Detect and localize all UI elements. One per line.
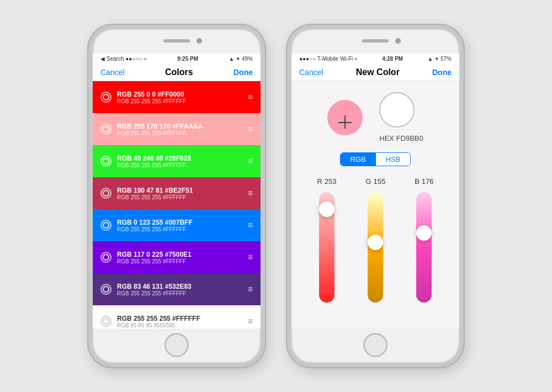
tab-rgb[interactable]: RGB	[341, 153, 376, 166]
slider-value-2: 176	[422, 177, 434, 186]
color-row-icon	[100, 156, 112, 167]
nav-title-1: Colors	[165, 67, 193, 77]
slider-label-2: B	[415, 177, 420, 186]
slider-col-g: G 155	[365, 177, 385, 303]
nav-bar-1: Cancel Colors Done	[93, 64, 261, 81]
slider-track-2[interactable]	[416, 192, 432, 303]
status-time-1: 9:25 PM	[177, 56, 198, 62]
color-row-sub: RGB 255 255 255 #FFFFFF	[117, 130, 248, 136]
status-right-1: ▲ ✦ 49%	[229, 56, 253, 62]
slider-thumb-1[interactable]	[368, 235, 383, 250]
color-row-sub: RGB 255 255 255 #FFFFFF	[117, 258, 248, 264]
color-row-icon	[100, 316, 112, 327]
color-row-text: RGB 190 47 81 #BE2F51 RGB 255 255 255 #F…	[117, 187, 248, 200]
slider-col-r: R 253	[317, 177, 336, 303]
status-bar-1: ◀ Search ●●○○○ ≈ 9:25 PM ▲ ✦ 49%	[93, 54, 261, 64]
color-row-main: RGB 0 123 255 #007BFF	[117, 219, 248, 226]
home-button-1[interactable]	[164, 333, 189, 357]
hex-value-label: HEX FD9BB0	[379, 134, 423, 142]
slider-value-1: 155	[374, 177, 386, 186]
tab-hsb[interactable]: HSB	[376, 153, 411, 166]
slider-label-0: R	[317, 177, 322, 186]
color-row-text: RGB 117 0 225 #7500E1 RGB 255 255 255 #F…	[117, 251, 248, 264]
color-row-menu-icon[interactable]: ≡	[248, 156, 253, 166]
done-button-1[interactable]: Done	[233, 68, 253, 77]
color-row-menu-icon[interactable]: ≡	[248, 92, 253, 102]
color-row-text: RGB 83 46 131 #532E83 RGB 255 255 255 #F…	[117, 283, 248, 296]
color-row[interactable]: RGB 190 47 81 #BE2F51 RGB 255 255 255 #F…	[93, 177, 261, 209]
slider-value-0: 253	[325, 177, 337, 186]
color-row-sub: RGB 85 85 85 #555555	[117, 322, 248, 329]
status-time-2: 4:28 PM	[382, 56, 403, 62]
slider-thumb-2[interactable]	[416, 225, 432, 241]
color-row-sub: RGB 255 255 255 #FFFFFF	[117, 226, 248, 232]
slider-track-1[interactable]	[368, 192, 383, 303]
speaker-2	[362, 39, 389, 43]
color-row-menu-icon[interactable]: ≡	[248, 316, 253, 326]
color-row-main: RGB 255 255 255 #FFFFFF	[117, 315, 248, 322]
mode-tabs: RGB HSB	[291, 152, 459, 166]
color-row-main: RGB 83 46 131 #532E83	[117, 283, 248, 290]
color-row-main: RGB 190 47 81 #BE2F51	[117, 187, 248, 194]
color-row-sub: RGB 255 255 255 #FFFFFF	[117, 194, 248, 200]
color-row-text: RGB 255 170 170 #FFAAAA RGB 255 255 255 …	[117, 123, 248, 136]
color-row-menu-icon[interactable]: ≡	[248, 252, 253, 262]
color-row-menu-icon[interactable]: ≡	[248, 220, 253, 230]
status-left-2: ●●●○○ T-Mobile Wi-Fi ≈	[299, 56, 358, 62]
new-color-screen: HEX FD9BB0 RGB HSB R 253 G	[291, 81, 459, 329]
screen-2: ●●●○○ T-Mobile Wi-Fi ≈ 4:28 PM ▲ ✦ 57% C…	[291, 54, 459, 329]
color-row-icon	[100, 284, 112, 295]
color-row-main: RGB 40 240 40 #28F028	[117, 155, 248, 162]
color-row-text: RGB 255 0 0 #FF0000 RGB 255 255 255 #FFF…	[117, 91, 248, 104]
speaker-1	[163, 39, 190, 43]
slider-col-b: B 176	[415, 177, 433, 303]
color-row-icon	[100, 188, 112, 199]
color-row-icon	[100, 252, 112, 263]
color-row[interactable]: RGB 255 255 255 #FFFFFF RGB 85 85 85 #55…	[93, 305, 261, 329]
cancel-button-2[interactable]: Cancel	[299, 68, 323, 77]
status-bar-2: ●●●○○ T-Mobile Wi-Fi ≈ 4:28 PM ▲ ✦ 57%	[291, 54, 459, 64]
phones-container: ◀ Search ●●○○○ ≈ 9:25 PM ▲ ✦ 49% Cancel …	[88, 25, 464, 367]
color-row-main: RGB 255 0 0 #FF0000	[117, 91, 248, 98]
color-row-main: RGB 117 0 225 #7500E1	[117, 251, 248, 258]
status-left-1: ◀ Search ●●○○○ ≈	[100, 56, 147, 62]
slider-thumb-0[interactable]	[319, 202, 335, 217]
phone-2: ●●●○○ T-Mobile Wi-Fi ≈ 4:28 PM ▲ ✦ 57% C…	[287, 25, 464, 367]
phone-1: ◀ Search ●●○○○ ≈ 9:25 PM ▲ ✦ 49% Cancel …	[88, 25, 265, 367]
mode-tab-group: RGB HSB	[340, 152, 411, 166]
color-row-main: RGB 255 170 170 #FFAAAA	[117, 123, 248, 130]
color-row-icon	[100, 220, 112, 231]
nav-title-2: New Color	[356, 67, 400, 77]
color-row-sub: RGB 255 255 255 #FFFFFF	[117, 162, 248, 168]
color-row-text: RGB 255 255 255 #FFFFFF RGB 85 85 85 #55…	[117, 315, 248, 329]
home-button-2[interactable]	[363, 333, 388, 357]
color-row[interactable]: RGB 83 46 131 #532E83 RGB 255 255 255 #F…	[93, 273, 261, 305]
color-row[interactable]: RGB 117 0 225 #7500E1 RGB 255 255 255 #F…	[93, 241, 261, 273]
color-row-sub: RGB 255 255 255 #FFFFFF	[117, 98, 248, 104]
color-row-menu-icon[interactable]: ≡	[248, 188, 253, 198]
slider-track-0[interactable]	[319, 192, 335, 303]
slider-label-val-1: G 155	[365, 177, 385, 186]
color-row[interactable]: RGB 0 123 255 #007BFF RGB 255 255 255 #F…	[93, 209, 261, 241]
cancel-button-1[interactable]: Cancel	[100, 68, 125, 77]
status-right-2: ▲ ✦ 57%	[428, 56, 452, 62]
color-row-menu-icon[interactable]: ≡	[248, 124, 253, 134]
color-preview-area: HEX FD9BB0	[291, 81, 459, 148]
slider-label-val-2: B 176	[415, 177, 433, 186]
color-row-text: RGB 40 240 40 #28F028 RGB 255 255 255 #F…	[117, 155, 248, 168]
color-row-icon	[100, 124, 112, 135]
slider-label-1: G	[365, 177, 371, 186]
sliders-area: R 253 G 155 B 176	[291, 173, 459, 329]
color-list: RGB 255 0 0 #FF0000 RGB 255 255 255 #FFF…	[93, 81, 261, 329]
screen-1: ◀ Search ●●○○○ ≈ 9:25 PM ▲ ✦ 49% Cancel …	[93, 54, 261, 329]
slider-label-val-0: R 253	[317, 177, 336, 186]
camera-2	[395, 38, 401, 44]
color-row-menu-icon[interactable]: ≡	[248, 284, 253, 294]
color-preview-empty	[379, 92, 415, 128]
color-row[interactable]: RGB 255 170 170 #FFAAAA RGB 255 255 255 …	[93, 113, 261, 145]
color-row[interactable]: RGB 255 0 0 #FF0000 RGB 255 255 255 #FFF…	[93, 81, 261, 113]
nav-bar-2: Cancel New Color Done	[291, 64, 459, 81]
color-row-sub: RGB 255 255 255 #FFFFFF	[117, 290, 248, 296]
done-button-2[interactable]: Done	[432, 68, 452, 77]
color-row[interactable]: RGB 40 240 40 #28F028 RGB 255 255 255 #F…	[93, 145, 261, 177]
